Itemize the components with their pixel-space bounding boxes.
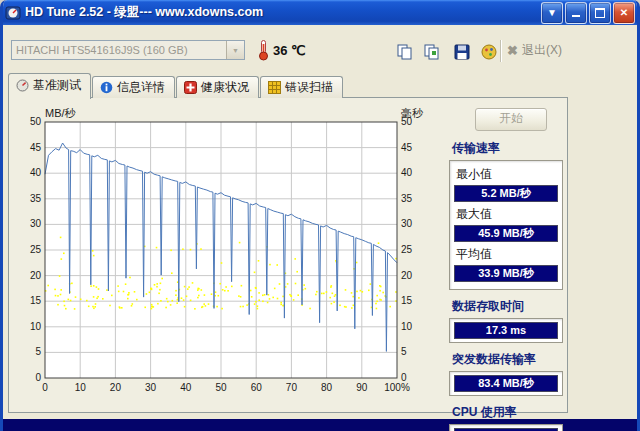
tab-label: 健康状况 [201, 79, 249, 96]
svg-text:40: 40 [401, 167, 413, 178]
copy-image-button[interactable] [418, 38, 446, 66]
tab-label: 错误扫描 [285, 79, 333, 96]
tab-bar: 基准测试 信息详情 健康状况 错误扫描 [8, 75, 344, 98]
svg-text:20: 20 [110, 382, 122, 393]
toolbar: HITACHI HTS541616J9S (160 GB) ▼ 36 ℃ [3, 25, 637, 75]
cpu-usage-label: CPU 使用率 [452, 404, 563, 421]
color-settings-icon [480, 43, 498, 61]
svg-text:25: 25 [401, 244, 413, 255]
svg-text:20: 20 [401, 270, 413, 281]
svg-text:20: 20 [30, 270, 42, 281]
svg-text:70: 70 [286, 382, 298, 393]
tab-label: 基准测试 [33, 77, 81, 94]
svg-text:15: 15 [30, 295, 42, 306]
app-icon [5, 5, 21, 21]
svg-text:30: 30 [30, 218, 42, 229]
thermometer-icon [257, 39, 270, 61]
svg-text:10: 10 [401, 321, 413, 332]
svg-text:10: 10 [75, 382, 87, 393]
svg-text:35: 35 [30, 193, 42, 204]
burst-rate-strip: 83.4 MB/秒 [449, 371, 563, 396]
maximize-icon [595, 8, 605, 18]
max-label: 最大值 [456, 206, 557, 223]
access-time-label: 数据存取时间 [452, 298, 563, 315]
close-button[interactable]: ✕ [613, 2, 635, 24]
svg-text:25: 25 [30, 244, 42, 255]
minimize-button[interactable] [565, 2, 587, 24]
access-time-strip: 17.3 ms [449, 318, 563, 343]
svg-text:45: 45 [30, 142, 42, 153]
close-icon: ✕ [620, 7, 628, 18]
svg-text:0: 0 [35, 372, 41, 383]
transfer-rate-title: 传输速率 [452, 140, 563, 157]
svg-text:5: 5 [35, 346, 41, 357]
svg-text:30: 30 [401, 218, 413, 229]
cpu-usage-strip: 3.6% [449, 424, 563, 431]
svg-text:40: 40 [180, 382, 192, 393]
min-value: 5.2 MB/秒 [454, 185, 558, 202]
start-button[interactable]: 开始 [475, 108, 547, 131]
svg-text:90: 90 [356, 382, 368, 393]
exit-icon: ✖ [507, 43, 518, 58]
chevron-down-icon[interactable]: ▼ [226, 41, 244, 59]
copy-image-icon [423, 43, 441, 61]
color-settings-button[interactable] [475, 38, 503, 66]
avg-value: 33.9 MB/秒 [454, 265, 558, 282]
svg-text:10: 10 [30, 321, 42, 332]
exit-button[interactable]: ✖ 退出(X) [507, 42, 562, 59]
benchmark-page: 0510152025303540455005101520253035404550… [8, 97, 568, 413]
tab-error-scan[interactable]: 错误扫描 [260, 76, 343, 98]
tab-health[interactable]: 健康状况 [176, 76, 259, 98]
max-value: 45.9 MB/秒 [454, 225, 558, 242]
copy-icon [396, 43, 414, 61]
maximize-button[interactable] [589, 2, 611, 24]
avg-label: 平均值 [456, 246, 557, 263]
results-panel: 传输速率 最小值 5.2 MB/秒 最大值 45.9 MB/秒 平均值 33.9… [449, 132, 563, 431]
min-label: 最小值 [456, 166, 557, 183]
benchmark-icon [16, 79, 29, 92]
error-scan-icon [268, 81, 281, 94]
svg-text:MB/秒: MB/秒 [45, 107, 77, 119]
svg-text:15: 15 [401, 295, 413, 306]
svg-text:80: 80 [321, 382, 333, 393]
minimize-icon [572, 8, 580, 17]
tab-label: 信息详情 [117, 79, 165, 96]
svg-text:60: 60 [251, 382, 263, 393]
title-bar[interactable]: HD Tune 2.52 - 绿盟--- www.xdowns.com ▼ ✕ [0, 0, 640, 25]
svg-text:35: 35 [401, 193, 413, 204]
access-time-value: 17.3 ms [454, 322, 558, 339]
download-button[interactable]: ▼ [541, 2, 563, 24]
burst-rate-label: 突发数据传输率 [452, 351, 563, 368]
svg-text:40: 40 [30, 167, 42, 178]
download-icon: ▼ [547, 7, 557, 18]
svg-text:5: 5 [401, 346, 407, 357]
svg-text:45: 45 [401, 142, 413, 153]
tab-benchmark[interactable]: 基准测试 [8, 73, 91, 99]
drive-select-value: HITACHI HTS541616J9S (160 GB) [12, 41, 226, 59]
copy-button[interactable] [391, 38, 419, 66]
temperature-value: 36 ℃ [273, 43, 306, 58]
tab-info[interactable]: 信息详情 [92, 76, 175, 98]
svg-text:0: 0 [42, 382, 48, 393]
health-icon [184, 81, 197, 94]
toolbar-separator [500, 40, 502, 62]
svg-text:毫秒: 毫秒 [401, 107, 424, 119]
save-button[interactable] [448, 38, 476, 66]
svg-text:50: 50 [30, 116, 42, 127]
window-title: HD Tune 2.52 - 绿盟--- www.xdowns.com [25, 4, 539, 21]
transfer-rate-group: 最小值 5.2 MB/秒 最大值 45.9 MB/秒 平均值 33.9 MB/秒 [449, 160, 563, 290]
info-icon [100, 81, 113, 94]
burst-rate-value: 83.4 MB/秒 [454, 375, 558, 392]
hd-tune-window: HD Tune 2.52 - 绿盟--- www.xdowns.com ▼ ✕ … [0, 0, 640, 431]
svg-text:30: 30 [145, 382, 157, 393]
save-icon [453, 43, 471, 61]
svg-text:50: 50 [215, 382, 227, 393]
svg-text:100%: 100% [384, 382, 410, 393]
benchmark-chart: 0510152025303540455005101520253035404550… [11, 106, 443, 406]
drive-select[interactable]: HITACHI HTS541616J9S (160 GB) ▼ [11, 40, 245, 60]
exit-label: 退出(X) [522, 42, 562, 59]
